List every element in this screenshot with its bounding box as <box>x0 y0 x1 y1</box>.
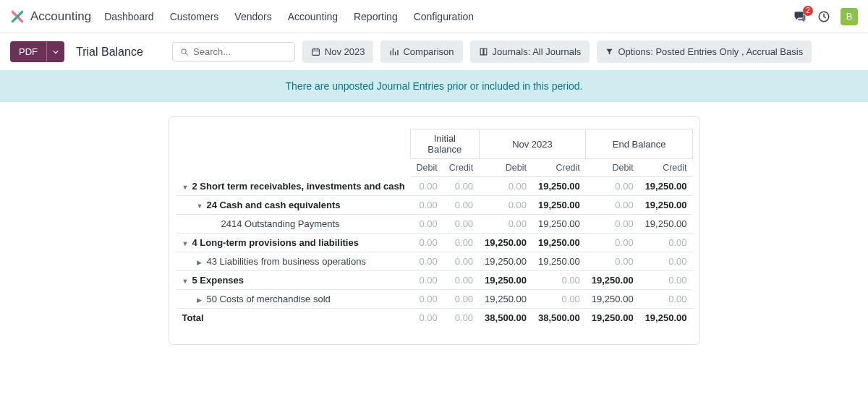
cell-value: 0.00 <box>479 196 532 215</box>
table-row[interactable]: ▼5 Expenses0.000.0019,250.000.0019,250.0… <box>176 271 693 290</box>
nav-vendors[interactable]: Vendors <box>234 11 271 22</box>
cell-value: 0.00 <box>411 215 443 234</box>
account-label: ▶43 Liabilities from business operations <box>182 256 366 267</box>
pdf-dropdown-button[interactable] <box>46 41 64 62</box>
col-period: Nov 2023 <box>479 129 586 159</box>
journals-label: Journals: All Journals <box>493 46 582 57</box>
cell-value: 0.00 <box>443 309 479 328</box>
table-row[interactable]: ▶43 Liabilities from business operations… <box>176 252 693 271</box>
alert-link[interactable]: unposted Journal Entries <box>332 80 444 92</box>
cell-value: 38,500.00 <box>532 309 586 328</box>
comparison-button[interactable]: Comparison <box>380 40 462 63</box>
journals-button[interactable]: Journals: All Journals <box>470 40 590 63</box>
cell-value: 19,250.00 <box>479 234 532 252</box>
table-row[interactable]: ▼24 Cash and cash equivalents0.000.000.0… <box>176 196 693 215</box>
cell-value: 19,250.00 <box>479 252 532 271</box>
account-label: ▼4 Long-term provisions and liabilities <box>182 237 359 248</box>
search-input[interactable] <box>193 46 287 57</box>
col-debit: Debit <box>586 159 639 177</box>
cell-value: 0.00 <box>443 271 479 290</box>
pdf-button-group: PDF <box>10 41 64 62</box>
nav-dashboard[interactable]: Dashboard <box>104 11 154 22</box>
cell-value: 0.00 <box>443 196 479 215</box>
alert-suffix: prior or included in this period. <box>444 80 582 92</box>
caret-down-icon <box>53 49 59 55</box>
cell-value: 19,250.00 <box>532 215 586 234</box>
period-filter-button[interactable]: Nov 2023 <box>302 40 374 63</box>
account-label: ▶50 Costs of merchandise sold <box>182 294 331 304</box>
clock-icon <box>817 10 830 23</box>
filter-icon <box>605 48 613 56</box>
header-right: 2 B <box>793 8 858 25</box>
nav-configuration[interactable]: Configuration <box>414 11 474 22</box>
table-row[interactable]: ▼4 Long-term provisions and liabilities0… <box>176 234 693 252</box>
cell-value: 38,500.00 <box>479 309 532 328</box>
cell-value: 19,250.00 <box>639 196 693 215</box>
cell-value: 19,250.00 <box>532 234 586 252</box>
top-nav: Accounting Dashboard Customers Vendors A… <box>0 0 868 33</box>
pdf-button[interactable]: PDF <box>10 41 46 62</box>
cell-value: 0.00 <box>411 252 443 271</box>
caret-right-icon: ▶ <box>197 296 204 304</box>
nav-reporting[interactable]: Reporting <box>354 11 398 22</box>
col-debit: Debit <box>411 159 443 177</box>
messages-button[interactable]: 2 <box>793 10 807 23</box>
cell-value: 0.00 <box>443 234 479 252</box>
table-row[interactable]: 2414 Outstanding Payments0.000.000.0019,… <box>176 215 693 234</box>
cell-value: 19,250.00 <box>479 290 532 309</box>
account-label: ▼5 Expenses <box>182 275 244 286</box>
cell-value: 0.00 <box>411 196 443 215</box>
caret-down-icon: ▼ <box>182 240 190 247</box>
cell-value: 0.00 <box>532 290 586 309</box>
cell-value: 0.00 <box>411 234 443 252</box>
col-debit: Debit <box>479 159 532 177</box>
user-avatar[interactable]: B <box>841 8 858 25</box>
col-credit: Credit <box>443 159 479 177</box>
cell-value: 0.00 <box>411 271 443 290</box>
chart-icon <box>389 47 399 56</box>
account-label: ▼2 Short term receivables, investments a… <box>182 181 405 192</box>
cell-value: 19,250.00 <box>639 215 693 234</box>
nav-accounting[interactable]: Accounting <box>288 11 338 22</box>
table-row[interactable]: ▼2 Short term receivables, investments a… <box>176 177 693 196</box>
cell-value: 0.00 <box>411 290 443 309</box>
cell-value: 19,250.00 <box>639 309 693 328</box>
messages-badge: 2 <box>803 6 813 16</box>
col-credit: Credit <box>532 159 586 177</box>
cell-value: 19,250.00 <box>532 177 586 196</box>
search-icon <box>180 47 189 57</box>
alert-prefix: There are <box>286 80 333 92</box>
cell-value: 0.00 <box>586 234 639 252</box>
cell-value: 0.00 <box>479 177 532 196</box>
caret-right-icon: ▶ <box>197 259 204 266</box>
cell-value: 0.00 <box>639 271 693 290</box>
cell-value: 19,250.00 <box>639 177 693 196</box>
book-icon <box>479 47 488 56</box>
caret-down-icon: ▼ <box>197 202 204 210</box>
total-label: Total <box>176 309 411 328</box>
total-row: Total0.000.0038,500.0038,500.0019,250.00… <box>176 309 693 328</box>
cell-value: 0.00 <box>443 177 479 196</box>
caret-down-icon: ▼ <box>182 184 190 191</box>
caret-down-icon: ▼ <box>182 278 190 285</box>
cell-value: 0.00 <box>586 196 639 215</box>
cell-value: 19,250.00 <box>532 196 586 215</box>
unposted-entries-alert: There are unposted Journal Entries prior… <box>0 70 868 102</box>
cell-value: 0.00 <box>586 252 639 271</box>
search-box[interactable] <box>172 42 295 61</box>
report-container: Initial Balance Nov 2023 End Balance Deb… <box>0 102 868 359</box>
cell-value: 19,250.00 <box>479 271 532 290</box>
cell-value: 0.00 <box>639 234 693 252</box>
activity-button[interactable] <box>817 10 830 23</box>
trial-balance-table: Initial Balance Nov 2023 End Balance Deb… <box>176 129 693 327</box>
cell-value: 19,250.00 <box>586 309 639 328</box>
account-label: ▼24 Cash and cash equivalents <box>182 200 341 210</box>
app-title[interactable]: Accounting <box>30 9 91 24</box>
cell-value: 0.00 <box>639 290 693 309</box>
report-panel: Initial Balance Nov 2023 End Balance Deb… <box>169 116 700 345</box>
cell-value: 0.00 <box>411 177 443 196</box>
options-button[interactable]: Options: Posted Entries Only , Accrual B… <box>597 40 812 63</box>
table-row[interactable]: ▶50 Costs of merchandise sold0.000.0019,… <box>176 290 693 309</box>
nav-customers[interactable]: Customers <box>170 11 219 22</box>
col-end-balance: End Balance <box>586 129 693 159</box>
